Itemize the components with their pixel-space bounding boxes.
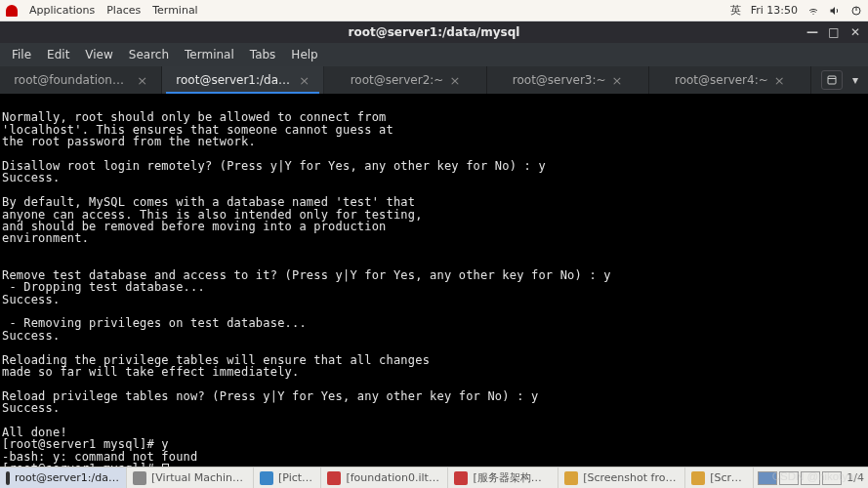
task-label: [Virtual Machine Manag… bbox=[151, 471, 247, 484]
ime-indicator[interactable]: 英 bbox=[730, 3, 741, 18]
tab-close-icon[interactable]: × bbox=[612, 73, 623, 88]
gnome-topbar: Applications Places Terminal 英 Fri 13:50 bbox=[0, 0, 868, 21]
taskbar-task[interactable]: [Screenshot from 202… bbox=[558, 468, 685, 488]
task-label: [Screen… bbox=[710, 471, 747, 484]
topbar-terminal[interactable]: Terminal bbox=[152, 4, 198, 17]
term-icon bbox=[6, 471, 10, 485]
pdf-icon bbox=[454, 471, 468, 485]
menu-terminal[interactable]: Terminal bbox=[179, 46, 240, 63]
topbar-applications[interactable]: Applications bbox=[29, 4, 95, 17]
svg-rect-1 bbox=[828, 76, 836, 84]
menu-tabs[interactable]: Tabs bbox=[244, 46, 282, 63]
menu-help[interactable]: Help bbox=[285, 46, 323, 63]
window-title: root@server1:/data/mysql bbox=[349, 25, 520, 39]
tab-close-icon[interactable]: × bbox=[774, 73, 785, 88]
gnome-taskbar: root@server1:/data/m…[Virtual Machine Ma… bbox=[0, 467, 868, 488]
terminal-tab[interactable]: root@server2:~× bbox=[324, 66, 486, 94]
tab-close-icon[interactable]: × bbox=[449, 73, 460, 88]
tab-close-icon[interactable]: × bbox=[299, 73, 310, 88]
pdf-icon bbox=[327, 471, 341, 485]
tab-label: root@server4:~ bbox=[675, 73, 768, 87]
terminal-tab[interactable]: root@server3:~× bbox=[487, 66, 649, 94]
taskbar-task[interactable]: [Screen… bbox=[685, 468, 754, 488]
terminal-tab[interactable]: root@foundation16:/var/w…× bbox=[0, 66, 162, 94]
task-label: [foundation0.ilt.exampl… bbox=[346, 471, 441, 484]
terminal-tab[interactable]: root@server4:~× bbox=[649, 66, 811, 94]
menu-edit[interactable]: Edit bbox=[41, 46, 75, 63]
taskbar-task[interactable]: root@server1:/data/m… bbox=[0, 468, 127, 488]
close-button[interactable]: ✕ bbox=[848, 25, 862, 39]
taskbar-task[interactable]: [Pictures] bbox=[254, 468, 321, 488]
menu-view[interactable]: View bbox=[79, 46, 118, 63]
task-label: [服务器架构演变.pdf] bbox=[473, 470, 552, 485]
taskbar-task[interactable]: [服务器架构演变.pdf] bbox=[448, 468, 558, 488]
vm-icon bbox=[133, 471, 146, 485]
distro-icon bbox=[6, 5, 18, 17]
task-label: [Screenshot from 202… bbox=[583, 471, 679, 484]
pic-icon bbox=[260, 471, 273, 485]
power-icon[interactable] bbox=[850, 5, 862, 17]
tab-overflow-icon[interactable]: ▾ bbox=[852, 73, 858, 87]
terminal-output[interactable]: Normally, root should only be allowed to… bbox=[0, 94, 868, 467]
task-label: root@server1:/data/m… bbox=[15, 471, 120, 484]
terminal-tabbar: root@foundation16:/var/w…×root@server1:/… bbox=[0, 66, 868, 94]
taskbar-task[interactable]: [Virtual Machine Manag… bbox=[127, 468, 254, 488]
shot-icon bbox=[564, 471, 578, 485]
topbar-places[interactable]: Places bbox=[106, 4, 141, 17]
window-titlebar: root@server1:/data/mysql — □ ✕ bbox=[0, 21, 868, 43]
task-label: [Pictures] bbox=[278, 471, 314, 484]
taskbar-task[interactable]: [foundation0.ilt.exampl… bbox=[321, 468, 448, 488]
menu-search[interactable]: Search bbox=[123, 46, 175, 63]
clock-label[interactable]: Fri 13:50 bbox=[751, 4, 798, 17]
minimize-button[interactable]: — bbox=[806, 25, 819, 39]
volume-icon[interactable] bbox=[829, 5, 841, 17]
maximize-button[interactable]: □ bbox=[827, 25, 841, 39]
network-icon[interactable] bbox=[807, 5, 819, 17]
pager-label: 1/4 bbox=[847, 471, 864, 484]
terminal-tab[interactable]: root@server1:/data/mysql× bbox=[162, 66, 324, 94]
shot-icon bbox=[691, 471, 705, 485]
workspace-pager[interactable]: 1/4 bbox=[754, 468, 868, 488]
terminal-menubar: File Edit View Search Terminal Tabs Help bbox=[0, 43, 868, 66]
tab-label: root@server1:/data/mysql bbox=[176, 73, 293, 87]
tab-label: root@server3:~ bbox=[513, 73, 606, 87]
terminal-window: root@server1:/data/mysql — □ ✕ File Edit… bbox=[0, 21, 868, 467]
tab-close-icon[interactable]: × bbox=[137, 73, 147, 88]
tab-label: root@foundation16:/var/w… bbox=[14, 73, 131, 87]
new-tab-button[interactable] bbox=[821, 70, 843, 90]
tab-label: root@server2:~ bbox=[351, 73, 444, 87]
menu-file[interactable]: File bbox=[6, 46, 37, 63]
